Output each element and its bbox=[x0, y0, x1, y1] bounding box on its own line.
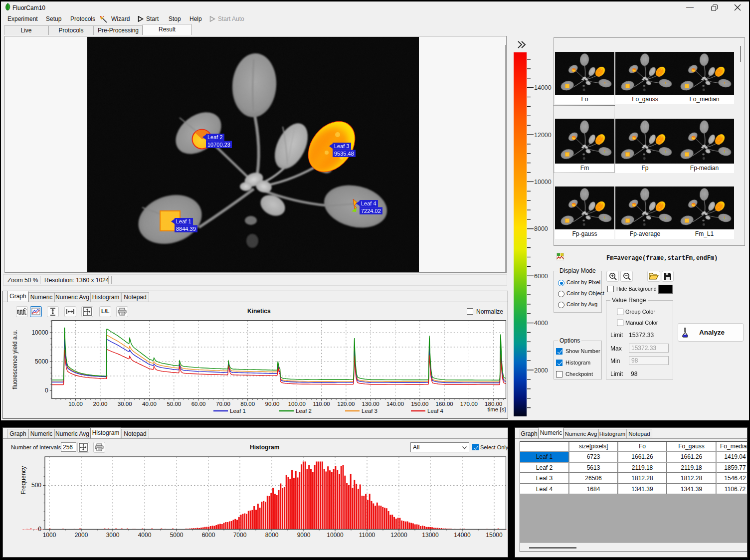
svg-text:120.00: 120.00 bbox=[337, 401, 355, 407]
svg-text:Leaf 3: Leaf 3 bbox=[362, 408, 377, 414]
svg-text:10000: 10000 bbox=[534, 179, 552, 186]
svg-text:13000: 13000 bbox=[422, 532, 439, 539]
svg-text:6000: 6000 bbox=[534, 273, 548, 280]
svg-text:7224.02: 7224.02 bbox=[361, 208, 381, 214]
svg-text:500: 500 bbox=[31, 482, 41, 489]
svg-text:Leaf 1: Leaf 1 bbox=[230, 408, 246, 414]
svg-text:5000: 5000 bbox=[35, 358, 48, 365]
svg-text:14000: 14000 bbox=[534, 84, 552, 91]
svg-text:10700.23: 10700.23 bbox=[207, 142, 230, 148]
svg-text:Frequency: Frequency bbox=[20, 466, 27, 495]
svg-text:10.00: 10.00 bbox=[68, 401, 83, 407]
svg-text:Leaf 1: Leaf 1 bbox=[176, 218, 191, 224]
svg-text:40.00: 40.00 bbox=[142, 401, 157, 407]
svg-text:4000: 4000 bbox=[138, 532, 152, 539]
svg-text:2000: 2000 bbox=[75, 532, 88, 539]
svg-text:15000: 15000 bbox=[486, 532, 503, 539]
svg-text:time [s]: time [s] bbox=[487, 406, 506, 412]
svg-text:fluorescence yield a.u.: fluorescence yield a.u. bbox=[11, 330, 18, 389]
svg-text:90.00: 90.00 bbox=[265, 401, 280, 407]
svg-text:10000: 10000 bbox=[31, 329, 48, 336]
svg-text:11000: 11000 bbox=[359, 532, 375, 539]
svg-text:160.00: 160.00 bbox=[436, 401, 453, 407]
svg-text:80.00: 80.00 bbox=[240, 401, 255, 407]
svg-text:8000: 8000 bbox=[265, 532, 279, 539]
svg-text:9535.48: 9535.48 bbox=[334, 151, 354, 157]
svg-text:100.00: 100.00 bbox=[288, 401, 306, 407]
svg-text:10000: 10000 bbox=[327, 532, 344, 539]
svg-text:Leaf 4: Leaf 4 bbox=[427, 408, 444, 414]
svg-text:4000: 4000 bbox=[534, 320, 548, 327]
svg-text:8000: 8000 bbox=[534, 225, 548, 232]
svg-text:8844.39: 8844.39 bbox=[176, 226, 196, 232]
svg-text:0: 0 bbox=[45, 387, 48, 394]
svg-text:9000: 9000 bbox=[297, 532, 311, 539]
svg-text:Leaf 3: Leaf 3 bbox=[334, 143, 350, 149]
svg-text:60.00: 60.00 bbox=[191, 401, 206, 407]
svg-text:14000: 14000 bbox=[454, 532, 471, 539]
svg-text:20.00: 20.00 bbox=[93, 401, 108, 407]
svg-text:110.00: 110.00 bbox=[313, 401, 330, 407]
svg-text:Leaf 4: Leaf 4 bbox=[361, 200, 376, 206]
svg-text:2000: 2000 bbox=[534, 367, 548, 374]
svg-text:6000: 6000 bbox=[202, 532, 215, 539]
svg-text:12000: 12000 bbox=[390, 532, 407, 539]
svg-text:5000: 5000 bbox=[170, 532, 184, 539]
svg-text:Leaf 2: Leaf 2 bbox=[207, 134, 223, 140]
svg-text:150.00: 150.00 bbox=[411, 401, 428, 407]
svg-text:140.00: 140.00 bbox=[386, 401, 404, 407]
svg-text:170.00: 170.00 bbox=[460, 401, 478, 407]
svg-text:130.00: 130.00 bbox=[362, 401, 379, 407]
svg-text:70.00: 70.00 bbox=[216, 401, 230, 407]
svg-text:Leaf 2: Leaf 2 bbox=[296, 408, 312, 414]
svg-text:1000: 1000 bbox=[43, 532, 56, 539]
svg-text:7000: 7000 bbox=[233, 532, 247, 539]
svg-text:3000: 3000 bbox=[106, 532, 120, 539]
svg-text:0: 0 bbox=[38, 526, 41, 533]
svg-text:12000: 12000 bbox=[534, 132, 552, 139]
svg-text:30.00: 30.00 bbox=[118, 401, 132, 407]
svg-text:50.00: 50.00 bbox=[167, 401, 181, 407]
